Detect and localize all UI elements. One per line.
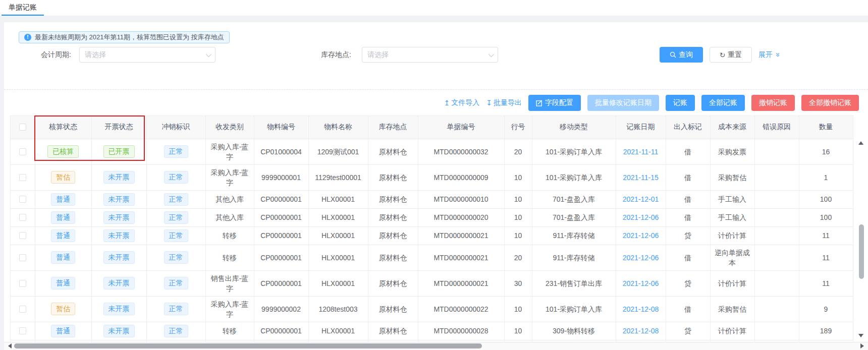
invoice-status-tag: 未开票 — [103, 325, 135, 337]
post-all-button[interactable]: 全部记账 — [701, 95, 745, 111]
cell-quantity: 16 — [799, 139, 853, 164]
cell-material-name: 1129test00001 — [308, 164, 368, 190]
column-header-debit-credit-flag: 出入标记 — [666, 116, 710, 139]
search-button[interactable]: 查询 — [660, 47, 703, 63]
location-select[interactable]: 请选择 — [362, 47, 498, 63]
cell-quantity: 100 — [799, 208, 853, 226]
revoke-post-button[interactable]: 撤销记账 — [751, 95, 795, 111]
row-checkbox-cell — [11, 245, 35, 270]
cell-reversal-flag: 正常 — [146, 190, 205, 208]
invoice-status-tag: 未开票 — [103, 171, 135, 184]
cell-quantity: 1 — [799, 164, 853, 190]
row-checkbox[interactable] — [19, 196, 26, 203]
row-checkbox[interactable] — [19, 306, 26, 313]
table-row: 普通未开票正常销售出库-蓝字CP00000001HLX00001原材料仓MTD0… — [11, 270, 853, 296]
vertical-scroll-up-arrow[interactable] — [858, 141, 863, 145]
cell-line-no: 30 — [504, 270, 532, 296]
cell-debit-credit-flag: 借 — [666, 296, 710, 322]
location-placeholder: 请选择 — [367, 50, 389, 60]
row-checkbox[interactable] — [19, 327, 26, 334]
column-header-document-no: 单据编号 — [418, 116, 504, 139]
posting-date-link[interactable]: 2021-11-11 — [623, 148, 659, 156]
cell-cost-source: 采购暂估 — [710, 164, 754, 190]
column-header-storage-location: 库存地点 — [368, 116, 418, 139]
row-checkbox[interactable] — [19, 232, 26, 239]
vertical-scrollbar-thumb[interactable] — [859, 224, 864, 279]
cell-error-reason — [754, 245, 799, 270]
reversal-flag-tag: 正常 — [164, 303, 188, 315]
content-panel: ! 最新未结账周期为 2021年第11期，核算范围已设置为 按库存地点 会计周期… — [4, 22, 868, 350]
horizontal-scroll-left-arrow[interactable] — [8, 343, 12, 348]
row-checkbox-cell — [11, 296, 35, 322]
posting-date-link[interactable]: 2021-11-15 — [623, 173, 659, 182]
period-select[interactable]: 请选择 — [79, 47, 215, 63]
posting-date-link[interactable]: 2021-12-06 — [623, 213, 659, 221]
cell-cost-source: 采购暂估 — [710, 296, 754, 322]
cell-material-code: CP00000001 — [254, 245, 308, 270]
column-header-quantity: 数量 — [799, 116, 853, 139]
cell-invoice-status: 未开票 — [91, 164, 146, 190]
cell-posting-date: 2021-12-08 — [616, 296, 666, 322]
table-toolbar: ↥ 文件导入 ↧ 批量导出 字段配置 批量修改记账日期 记账 全部记账 撤销记账… — [444, 95, 859, 111]
table-row: 普通未开票正常其他入库CP00000001HLX00001原材料仓MTD0000… — [11, 208, 853, 226]
reset-button[interactable]: ↻ 重置 — [710, 47, 752, 63]
row-checkbox[interactable] — [19, 148, 26, 155]
column-header-cost-source: 成本来源 — [710, 116, 754, 139]
tab-label: 单据记账 — [9, 3, 37, 12]
cell-storage-location: 原材料仓 — [368, 164, 418, 190]
cell-cost-source: 手工输入 — [710, 190, 754, 208]
cell-material-name: HLX00001 — [308, 190, 368, 208]
row-checkbox[interactable] — [19, 280, 26, 287]
cell-error-reason — [754, 208, 799, 226]
cell-material-name: HLX00001 — [308, 226, 368, 245]
row-checkbox[interactable] — [19, 174, 26, 181]
select-all-checkbox-cell — [11, 116, 35, 139]
row-checkbox[interactable] — [19, 214, 26, 221]
cell-material-code: 9999000001 — [254, 164, 308, 190]
cell-line-no: 20 — [504, 139, 532, 164]
horizontal-scroll-right-arrow[interactable] — [860, 343, 864, 348]
cell-invoice-status: 未开票 — [91, 190, 146, 208]
cell-accounting-status: 普通 — [35, 245, 91, 270]
cell-debit-credit-flag: 借 — [666, 164, 710, 190]
cell-debit-credit-flag: 贷 — [666, 226, 710, 245]
cell-posting-date: 2021-12-06 — [616, 226, 666, 245]
file-import-link[interactable]: ↥ 文件导入 — [444, 98, 480, 107]
post-label: 记账 — [673, 98, 687, 107]
invoice-status-tag: 未开票 — [103, 229, 135, 242]
horizontal-scrollbar-thumb[interactable] — [14, 343, 482, 348]
accounting-status-tag: 普通 — [51, 251, 75, 264]
batch-modify-date-button[interactable]: 批量修改记账日期 — [587, 95, 659, 111]
posting-date-link[interactable]: 2021-12-06 — [623, 231, 659, 240]
expand-link[interactable]: 展开 « — [758, 47, 779, 63]
accounting-status-tag: 暂估 — [51, 303, 75, 315]
cell-line-no: 10 — [504, 226, 532, 245]
revoke-all-post-button[interactable]: 全部撤销记账 — [801, 95, 859, 111]
batch-modify-date-label: 批量修改记账日期 — [595, 98, 652, 107]
posting-date-link[interactable]: 2021-12-08 — [623, 327, 659, 335]
row-checkbox[interactable] — [19, 254, 26, 261]
cell-accounting-status: 暂估 — [35, 296, 91, 322]
vertical-scroll-down-arrow[interactable] — [858, 334, 863, 337]
field-config-button[interactable]: 字段配置 — [528, 95, 581, 111]
cell-reversal-flag: 正常 — [146, 245, 205, 270]
cell-document-no: MTD0000000021 — [418, 270, 504, 296]
posting-date-link[interactable]: 2021-12-06 — [623, 279, 659, 287]
cell-quantity: 189 — [799, 322, 853, 340]
posting-date-link[interactable]: 2021-12-08 — [623, 305, 659, 313]
info-circle-icon: ! — [24, 34, 31, 41]
posting-date-link[interactable]: 2021-12-01 — [623, 195, 659, 203]
batch-export-link[interactable]: ↧ 批量导出 — [486, 98, 522, 107]
cell-material-code: CP00000001 — [254, 322, 308, 340]
cell-debit-credit-flag: 贷 — [666, 270, 710, 296]
posting-date-link[interactable]: 2021-12-06 — [623, 254, 659, 262]
post-button[interactable]: 记账 — [666, 95, 695, 111]
cell-cost-source: 采购发票 — [710, 139, 754, 164]
cell-invoice-status: 未开票 — [91, 322, 146, 340]
cell-posting-date: 2021-12-08 — [616, 322, 666, 340]
tab-document-posting[interactable]: 单据记账 — [2, 0, 44, 16]
accounting-status-tag: 普通 — [51, 193, 75, 206]
cell-invoice-status: 未开票 — [91, 226, 146, 245]
select-all-checkbox[interactable] — [19, 124, 26, 131]
accounting-status-tag: 普通 — [51, 211, 75, 224]
